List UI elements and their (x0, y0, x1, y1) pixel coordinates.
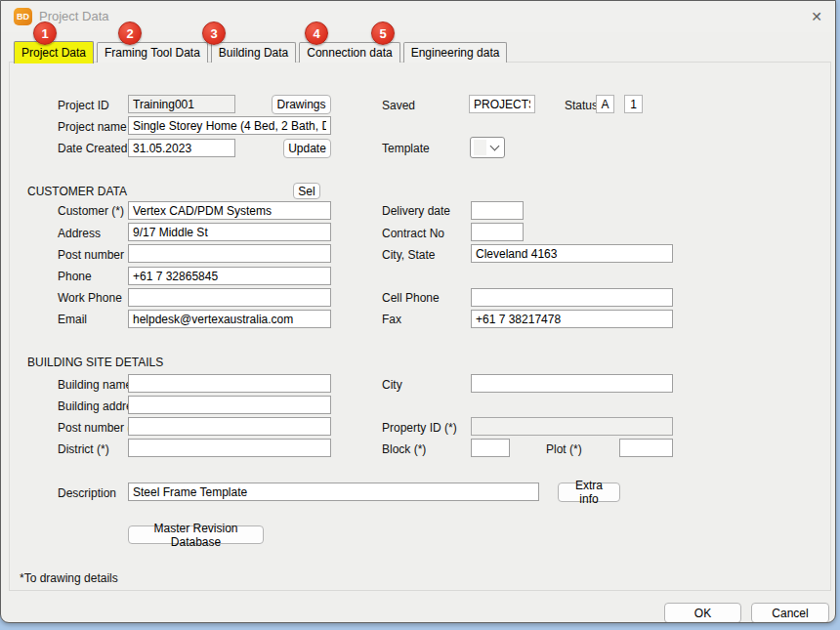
step-badge-1: 1 (33, 21, 57, 45)
plot-field[interactable] (619, 439, 673, 457)
close-icon[interactable]: ✕ (802, 5, 831, 28)
desktop-background: BD Project Data ✕ Project Data Framing T… (0, 0, 840, 630)
block-field[interactable] (471, 439, 510, 457)
phone-field[interactable] (128, 267, 331, 285)
customer-field[interactable] (128, 201, 331, 220)
block-label: Block (*) (382, 442, 426, 456)
city-state-field[interactable] (471, 244, 673, 263)
step-badge-5: 5 (371, 21, 395, 45)
template-label: Template (382, 142, 430, 155)
drawing-details-note: *To drawing details (20, 571, 118, 585)
district-field[interactable] (128, 439, 331, 457)
app-logo-icon: BD (14, 8, 32, 25)
address-field[interactable] (128, 223, 331, 241)
saved-field[interactable] (469, 95, 535, 113)
step-badge-4: 4 (305, 21, 328, 45)
city-field[interactable] (471, 374, 673, 393)
template-swatch (474, 140, 486, 155)
chevron-down-icon (490, 142, 500, 151)
site-post-number-field[interactable] (128, 417, 331, 436)
step-badge-3: 3 (202, 21, 226, 45)
date-created-field[interactable] (128, 139, 235, 157)
email-label: Email (58, 313, 87, 326)
tab-framing-tool-data[interactable]: Framing Tool Data (97, 42, 208, 63)
customer-label: Customer (*) (58, 204, 124, 218)
delivery-date-field[interactable] (471, 201, 524, 220)
tab-engineering-data[interactable]: Engineering data (403, 42, 508, 63)
address-label: Address (58, 227, 101, 240)
property-id-label: Property ID (*) (382, 421, 457, 435)
contract-no-field[interactable] (471, 223, 524, 241)
tab-strip: Project Data Framing Tool Data Building … (14, 41, 507, 63)
building-name-field[interactable] (128, 374, 331, 393)
window-title: Project Data (39, 9, 109, 23)
project-name-field[interactable] (128, 116, 331, 135)
step-badge-2: 2 (118, 21, 142, 45)
cell-phone-label: Cell Phone (382, 291, 440, 305)
email-field[interactable] (128, 310, 331, 328)
building-address-field[interactable] (128, 396, 331, 414)
fax-label: Fax (382, 313, 401, 326)
status-label: Status (565, 99, 598, 112)
extra-info-button[interactable]: Extra info (558, 483, 620, 502)
drawings-button[interactable]: Drawings (272, 95, 331, 114)
tab-connection-data[interactable]: Connection data (299, 42, 399, 63)
description-field[interactable] (128, 483, 539, 501)
tab-project-data[interactable]: Project Data (14, 41, 94, 63)
city-label: City (382, 378, 402, 392)
district-label: District (*) (58, 442, 109, 456)
ok-button[interactable]: OK (664, 603, 741, 623)
tab-building-data[interactable]: Building Data (211, 42, 296, 63)
status-letter-field[interactable] (596, 95, 614, 113)
date-created-label: Date Created (58, 142, 127, 155)
building-site-header: BUILDING SITE DETAILS (27, 356, 163, 369)
project-name-label: Project name (58, 120, 127, 134)
project-id-label: Project ID (58, 99, 109, 112)
work-phone-label: Work Phone (58, 291, 122, 305)
project-data-dialog: BD Project Data ✕ Project Data Framing T… (0, 0, 836, 623)
city-state-label: City, State (382, 248, 435, 262)
plot-label: Plot (*) (546, 442, 582, 456)
customer-data-header: CUSTOMER DATA (27, 185, 127, 198)
post-number-label: Post number (58, 248, 124, 262)
contract-no-label: Contract No (382, 227, 444, 240)
sel-button[interactable]: Sel (293, 183, 320, 199)
description-label: Description (58, 486, 116, 500)
property-id-field[interactable] (471, 417, 673, 436)
post-number-field[interactable] (128, 244, 331, 263)
work-phone-field[interactable] (128, 288, 331, 307)
template-dropdown[interactable] (470, 137, 505, 158)
status-number-field[interactable] (624, 95, 643, 113)
cancel-button[interactable]: Cancel (751, 603, 829, 623)
project-id-field[interactable] (128, 95, 235, 113)
cell-phone-field[interactable] (471, 288, 673, 307)
delivery-date-label: Delivery date (382, 204, 450, 218)
phone-label: Phone (58, 270, 92, 283)
update-button[interactable]: Update (283, 139, 331, 158)
master-revision-database-button[interactable]: Master Revision Database (128, 525, 264, 544)
saved-label: Saved (382, 99, 415, 112)
fax-field[interactable] (471, 310, 673, 328)
